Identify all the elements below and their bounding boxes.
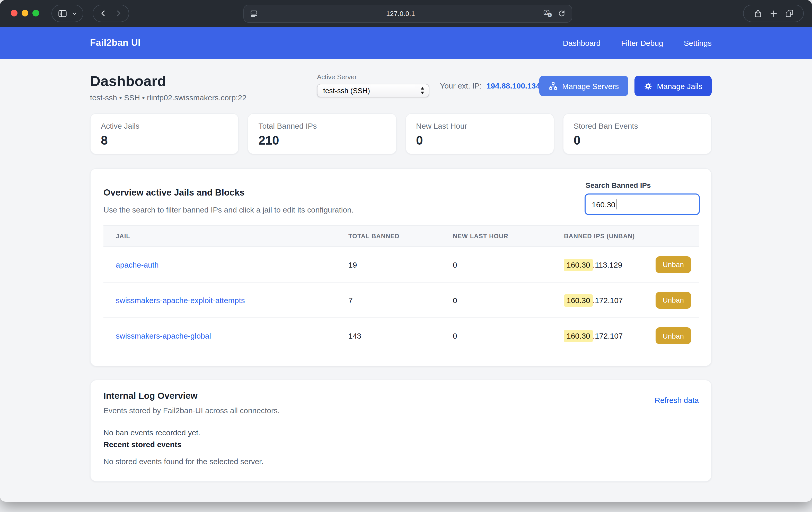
page-header: Dashboard test-ssh • SSH • rlinfp02.swis… — [90, 73, 712, 106]
url-text[interactable]: 127.0.0.1 — [258, 10, 543, 18]
internal-log-card: Internal Log Overview Refresh data Event… — [90, 380, 712, 482]
banned-ip: 160.30.172.107 — [564, 295, 623, 304]
unban-button[interactable]: Unban — [655, 291, 691, 309]
stat-label: Active Jails — [101, 121, 228, 130]
plus-icon — [769, 9, 778, 18]
total-banned-value: 143 — [348, 332, 453, 340]
reload-button[interactable] — [557, 9, 566, 18]
tab-overview-button[interactable] — [784, 9, 794, 18]
log-subtitle: Events stored by Fail2ban-UI across all … — [104, 406, 699, 415]
page-settings-icon — [250, 9, 258, 18]
col-new-last-hour: NEW LAST HOUR — [453, 233, 564, 240]
unban-button[interactable]: Unban — [655, 256, 691, 273]
table-row: swissmakers-apache-exploit-attempts 7 0 … — [104, 283, 699, 318]
select-stepper-icon — [420, 86, 425, 95]
search-match-highlight: 160.30 — [564, 330, 593, 342]
jails-overview-card: Overview active Jails and Blocks Use the… — [90, 168, 712, 366]
search-input[interactable]: 160.30 — [585, 194, 700, 215]
stat-value: 0 — [416, 133, 543, 148]
no-ban-events-text: No ban events recorded yet. — [104, 428, 699, 437]
minimize-button[interactable] — [22, 10, 28, 17]
stat-cards: Active Jails 8 Total Banned IPs 210 New … — [90, 113, 712, 154]
back-icon — [99, 9, 108, 18]
banned-ip: 160.30.113.129 — [564, 260, 622, 269]
table-header-row: JAIL TOTAL BANNED NEW LAST HOUR BANNED I… — [104, 225, 699, 247]
jail-link[interactable]: apache-auth — [116, 260, 348, 269]
no-stored-events-text: No stored events found for the selected … — [104, 457, 699, 466]
forward-icon — [114, 9, 122, 18]
new-last-hour-value: 0 — [453, 295, 564, 304]
external-ip-label: Your ext. IP: — [440, 81, 482, 90]
total-banned-value: 19 — [348, 260, 453, 269]
svg-text:A: A — [545, 10, 548, 15]
app-navbar: Fail2ban UI Dashboard Filter Debug Setti… — [0, 27, 812, 59]
active-server-label: Active Server — [317, 73, 429, 81]
urlbar-actions: A a — [543, 9, 566, 19]
stat-value: 0 — [574, 133, 701, 148]
chevron-down-icon — [71, 10, 78, 17]
close-button[interactable] — [11, 10, 18, 17]
main-nav: Dashboard Filter Debug Settings — [563, 38, 712, 47]
page-body: Dashboard test-ssh • SSH • rlinfp02.swis… — [0, 59, 812, 502]
sidebar-menu-button[interactable] — [71, 10, 78, 17]
share-button[interactable] — [753, 9, 762, 18]
banned-ips-cell: 160.30.172.107 Unban — [564, 327, 699, 344]
stat-value: 8 — [101, 133, 228, 148]
back-button[interactable] — [99, 9, 108, 18]
active-server-select[interactable]: test-ssh (SSH) — [317, 84, 429, 97]
page-settings-button[interactable] — [250, 9, 258, 18]
app-brand[interactable]: Fail2ban UI — [90, 37, 141, 48]
toolbar-actions-pill — [743, 5, 804, 22]
manage-jails-button[interactable]: Manage Jails — [634, 76, 712, 96]
forward-button[interactable] — [114, 9, 122, 18]
new-last-hour-value: 0 — [453, 332, 564, 340]
nav-item-settings[interactable]: Settings — [684, 38, 712, 47]
share-icon — [753, 9, 762, 18]
translate-icon: A a — [543, 9, 553, 19]
banned-ips-cell: 160.30.172.107 Unban — [564, 291, 699, 309]
external-ip: Your ext. IP: 194.88.100.134 — [440, 81, 540, 90]
active-server-value: test-ssh (SSH) — [323, 86, 370, 95]
search-match-highlight: 160.30 — [564, 294, 593, 307]
sidebar-toggle-button[interactable] — [57, 8, 67, 18]
stat-card-new-last-hour: New Last Hour 0 — [405, 113, 554, 154]
tabs-icon — [784, 9, 794, 18]
stat-card-stored-ban-events: Stored Ban Events 0 — [563, 113, 712, 154]
search-label: Search Banned IPs — [586, 181, 700, 189]
nav-item-filter-debug[interactable]: Filter Debug — [621, 38, 663, 47]
gear-icon — [643, 82, 652, 90]
header-actions: Manage Servers — [539, 76, 712, 96]
stat-value: 210 — [259, 133, 386, 148]
nav-item-dashboard[interactable]: Dashboard — [563, 38, 601, 47]
text-caret — [616, 199, 617, 209]
divider — [111, 8, 111, 18]
screenshot-stage: 127.0.0.1 A a — [0, 0, 812, 512]
table-row: swissmakers-apache-global 143 0 160.30.1… — [104, 318, 699, 353]
stat-label: New Last Hour — [416, 121, 543, 130]
sidebar-icon — [57, 8, 67, 18]
refresh-data-link[interactable]: Refresh data — [655, 396, 699, 404]
external-ip-value[interactable]: 194.88.100.134 — [487, 81, 540, 90]
active-server-block: Active Server test-ssh (SSH) — [317, 73, 429, 97]
new-last-hour-value: 0 — [453, 260, 564, 269]
sidebar-pill — [52, 5, 83, 22]
stat-card-total-banned: Total Banned IPs 210 — [248, 113, 397, 154]
jail-link[interactable]: swissmakers-apache-global — [116, 332, 348, 340]
search-block: Search Banned IPs 160.30 — [585, 181, 700, 215]
sitemap-icon — [548, 81, 557, 91]
col-jail: JAIL — [116, 233, 348, 240]
history-nav-pill — [93, 5, 129, 22]
stat-label: Stored Ban Events — [574, 121, 701, 130]
manage-servers-button[interactable]: Manage Servers — [539, 76, 628, 96]
window-controls — [11, 10, 39, 17]
zoom-button[interactable] — [32, 10, 39, 17]
address-bar[interactable]: 127.0.0.1 A a — [243, 5, 572, 23]
new-tab-button[interactable] — [769, 9, 778, 18]
jails-table: JAIL TOTAL BANNED NEW LAST HOUR BANNED I… — [104, 225, 699, 353]
total-banned-value: 7 — [348, 295, 453, 304]
col-total-banned: TOTAL BANNED — [348, 233, 453, 240]
translate-button[interactable]: A a — [543, 9, 553, 19]
jail-link[interactable]: swissmakers-apache-exploit-attempts — [116, 295, 348, 304]
unban-button[interactable]: Unban — [655, 327, 691, 344]
log-title: Internal Log Overview — [104, 391, 699, 401]
